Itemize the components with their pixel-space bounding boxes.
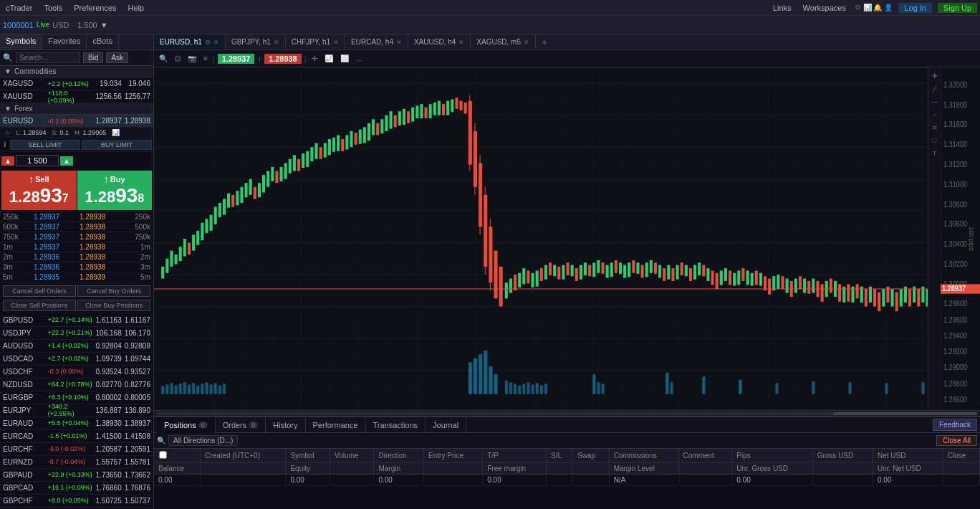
cancel-sell-orders-button[interactable]: Cancel Sell Orders xyxy=(3,285,76,297)
more-button[interactable]: … xyxy=(354,54,365,63)
close-sell-positions-button[interactable]: Close Sell Positions xyxy=(3,300,76,311)
chart-container[interactable]: 1.32000 1.31800 1.31600 1.31400 1.31200 … xyxy=(154,67,980,410)
list-item[interactable]: GBPCHF +8.0 (+0.05%) 1.50725 1.50737 xyxy=(0,495,153,508)
nav-ctrader[interactable]: cTrader xyxy=(3,4,36,12)
chart-tab-chfjpy[interactable]: CHFJPY, h1 ✕ xyxy=(286,34,345,50)
svg-text:1.29400: 1.29400 xyxy=(943,332,967,340)
screenshot-button[interactable]: 📷 xyxy=(186,54,198,63)
depth-row[interactable]: 3m 1.28936 1.28938 3m xyxy=(0,262,153,272)
search-input[interactable] xyxy=(16,52,80,63)
list-item[interactable]: USDJPY +22.2 (+0.21%) 106.168 106.170 xyxy=(0,327,153,340)
cancel-buy-orders-button[interactable]: Cancel Buy Orders xyxy=(77,285,150,297)
tab-favorites[interactable]: Favorites xyxy=(42,34,87,49)
col-entry-price: Entry Price xyxy=(424,449,483,463)
buy-arrow-button[interactable]: ▲ xyxy=(60,156,73,166)
list-item[interactable]: EURGBP +8.3 (+0.10%) 0.80002 0.80005 xyxy=(0,391,153,404)
depth-row[interactable]: 250k 1.28937 1.28938 250k xyxy=(0,212,153,222)
indicator-button[interactable]: 📈 xyxy=(322,54,335,63)
close-icon[interactable]: ✕ xyxy=(213,39,219,46)
close-icon[interactable]: ✕ xyxy=(524,39,529,46)
tab-cbots[interactable]: cBots xyxy=(87,34,119,49)
nav-preferences[interactable]: Preferences xyxy=(71,4,119,12)
nav-help[interactable]: Help xyxy=(125,4,148,12)
account-id[interactable]: 1000001 xyxy=(3,21,34,29)
list-item[interactable]: USDCHF -0.3 (0.00%) 0.93524 0.93527 xyxy=(0,366,153,379)
sell-arrow-button[interactable]: ▲ xyxy=(1,156,14,166)
info-icon[interactable]: ℹ xyxy=(1,140,9,150)
chart-tab-eurcad[interactable]: EURCAD, h4 ✕ xyxy=(345,34,408,50)
list-item[interactable]: EURCHF -3.0 (-0.02%) 1.20587 1.20591 xyxy=(0,443,153,456)
chart-tab-xauusd[interactable]: XAUUSD, h4 ✕ xyxy=(408,34,471,50)
feedback-button[interactable]: Feedback xyxy=(933,419,977,431)
tab-history[interactable]: History xyxy=(266,417,305,433)
bid-label[interactable]: Bid xyxy=(83,52,103,63)
draw-horizontal-button[interactable]: — xyxy=(929,96,941,108)
depth-row[interactable]: 750k 1.28937 1.28938 750k xyxy=(0,232,153,242)
objects-button[interactable]: ⬜ xyxy=(338,54,351,63)
list-item[interactable]: EURAUD +5.5 (+0.04%) 1.38930 1.38937 xyxy=(0,417,153,430)
tab-performance[interactable]: Performance xyxy=(306,417,366,433)
chart-tab-gbpjpy[interactable]: GBPJPY, h1 ✕ xyxy=(226,34,286,50)
close-all-button[interactable]: Close All xyxy=(936,435,977,446)
select-all-checkbox[interactable] xyxy=(159,451,166,458)
sell-panel[interactable]: ↑ Sell 1.28937 xyxy=(1,171,77,210)
close-icon[interactable]: ✕ xyxy=(458,39,464,46)
buy-panel[interactable]: ↑ Buy 1.28938 xyxy=(77,171,153,210)
zoom-in-button[interactable]: 🔍 xyxy=(157,54,170,63)
list-item[interactable]: XAGUSD +2.2 (+0.12%) 19.034 19.046 xyxy=(0,77,153,90)
depth-row[interactable]: 500k 1.28937 1.28938 500k xyxy=(0,222,153,232)
chart-options-icon[interactable]: ⚙ xyxy=(205,39,211,46)
list-item[interactable]: GBPCAD +16.1 (+0.09%) 1.76860 1.76876 xyxy=(0,482,153,495)
list-item[interactable]: AUDUSD +1.4 (+0.02%) 0.92804 0.92808 xyxy=(0,340,153,353)
list-item[interactable]: EURUSD -0.2 (0.00%) 1.28937 1.28938 xyxy=(0,115,153,128)
list-item[interactable]: EURJPY +340.2 (+2.55%) 136.887 136.890 xyxy=(0,404,153,417)
draw-line-button[interactable]: ╱ xyxy=(929,83,941,95)
new-tab-button[interactable]: + xyxy=(536,35,553,49)
nav-signup[interactable]: Sign Up xyxy=(938,3,977,13)
draw-fib-button[interactable]: ≋ xyxy=(929,122,941,133)
fit-button[interactable]: ⊡ xyxy=(173,54,183,63)
draw-text-button[interactable]: T xyxy=(929,148,941,159)
tab-journal[interactable]: Journal xyxy=(426,417,466,433)
draw-trend-button[interactable]: ⟋ xyxy=(929,109,941,120)
category-forex[interactable]: ▼ Forex xyxy=(0,103,153,115)
chart-tab-eurusd[interactable]: EURUSD, h1 ⚙ ✕ xyxy=(154,34,226,50)
chart-toolbar: 🔍 ⊡ 📷 ≡ | 1.28937 ↑ 1.28938 | ✛ 📈 ⬜ … xyxy=(154,50,980,67)
nav-links[interactable]: Links xyxy=(770,4,794,12)
list-item[interactable]: EURCAD -1.5 (+0.01%) 1.41500 1.41508 xyxy=(0,430,153,443)
nav-login[interactable]: Log In xyxy=(898,3,932,13)
close-icon[interactable]: ✕ xyxy=(396,39,402,46)
draw-crosshair-button[interactable]: ✛ xyxy=(929,70,941,82)
tab-orders[interactable]: Orders 0 xyxy=(216,417,266,433)
account-dropdown[interactable]: ▼ xyxy=(100,21,108,29)
list-item[interactable]: XAUUSD +118.0 (+0.09%) 1256.56 1256.77 xyxy=(0,90,153,103)
chart-scrollbar[interactable] xyxy=(154,410,980,416)
list-item[interactable]: EURNZD -8.7 (-0.04%) 1.55757 1.55781 xyxy=(0,456,153,469)
depth-row[interactable]: 2m 1.28936 1.28938 2m xyxy=(0,252,153,262)
close-icon[interactable]: ✕ xyxy=(333,39,339,46)
depth-row[interactable]: 5m 1.28935 1.28939 5m xyxy=(0,272,153,282)
direction-filter-button[interactable]: All Directions (D...) xyxy=(168,435,238,446)
list-item[interactable]: GBPAUD +22.9 (+0.13%) 1.73650 1.73662 xyxy=(0,469,153,482)
tab-transactions[interactable]: Transactions xyxy=(366,417,426,433)
list-item[interactable]: USDCAD +2.7 (+0.02%) 1.09739 1.09744 xyxy=(0,353,153,366)
buy-limit-button[interactable]: BUY LIMIT xyxy=(82,140,152,150)
sell-limit-button[interactable]: SELL LIMIT xyxy=(10,140,80,150)
tab-symbols[interactable]: Symbols xyxy=(0,34,42,49)
ask-label[interactable]: Ask xyxy=(106,52,128,63)
settings-button[interactable]: ≡ xyxy=(201,54,210,63)
chart-tab-xagusd[interactable]: XAGUSD, m5 ✕ xyxy=(471,34,536,50)
nav-workspaces[interactable]: Workspaces xyxy=(800,4,849,12)
depth-row[interactable]: 1m 1.28937 1.28938 1m xyxy=(0,242,153,252)
nav-tools[interactable]: Tools xyxy=(42,4,66,12)
close-icon[interactable]: ✕ xyxy=(274,39,279,46)
crosshair-button[interactable]: ✛ xyxy=(309,54,320,63)
list-item[interactable]: GBPUSD +22.7 (+0.14%) 1.61163 1.61167 xyxy=(0,314,153,327)
volume-input[interactable] xyxy=(16,155,59,166)
draw-rect-button[interactable]: □ xyxy=(929,135,941,146)
tab-positions[interactable]: Positions 0 xyxy=(157,417,216,433)
close-buy-positions-button[interactable]: Close Buy Positions xyxy=(77,300,150,311)
scrollbar-thumb[interactable] xyxy=(834,412,977,415)
list-item[interactable]: NZDUSD +64.2 (+0.78%) 0.82770 0.82776 xyxy=(0,379,153,391)
category-commodities[interactable]: ▼ Commodities xyxy=(0,66,153,77)
